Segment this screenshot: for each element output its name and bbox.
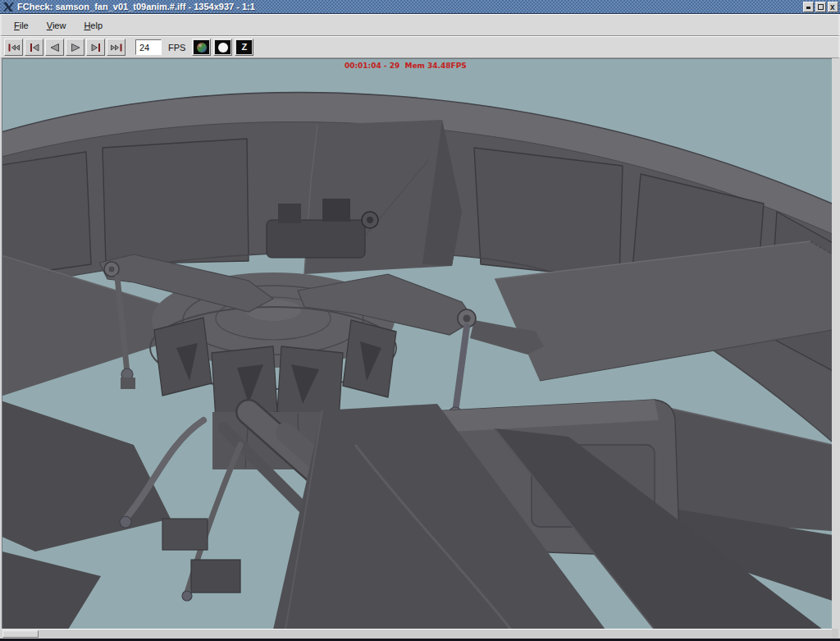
close-button-icon[interactable]: x	[828, 2, 838, 12]
rgb-sphere-icon	[194, 40, 209, 54]
play-backward-button[interactable]	[45, 39, 64, 56]
fps-label: FPS	[168, 43, 185, 53]
window-title: FCheck: samson_fan_v01_t09anim.#.iff - 1…	[17, 0, 803, 14]
scrollbar-corner	[832, 629, 838, 639]
step-backward-button[interactable]	[25, 39, 43, 56]
alpha-channel-button[interactable]	[213, 39, 232, 56]
horizontal-scrollbar[interactable]	[2, 629, 832, 639]
fcheck-window: FCheck: samson_fan_v01_t09anim.#.iff - 1…	[0, 0, 840, 641]
image-viewport[interactable]: 00:01:04 - 29 Mem 34.48FPS	[2, 58, 832, 629]
go-to-end-icon	[110, 43, 123, 53]
rgb-channel-button[interactable]	[192, 39, 211, 56]
z-depth-icon: Z	[236, 40, 252, 54]
alpha-circle-icon	[215, 40, 231, 54]
x11-logo-icon	[2, 2, 15, 12]
play-forward-button[interactable]	[66, 39, 84, 56]
step-forward-button[interactable]	[86, 39, 105, 56]
z-depth-button[interactable]: Z	[235, 39, 253, 56]
step-forward-icon	[89, 43, 103, 53]
render-image	[2, 59, 832, 629]
minimize-button-icon[interactable]	[803, 2, 814, 12]
step-backward-icon	[28, 43, 41, 53]
menu-file[interactable]: File	[8, 18, 34, 33]
go-to-start-button[interactable]	[4, 39, 23, 56]
menu-view[interactable]: View	[41, 18, 72, 33]
maximize-button-icon[interactable]	[815, 2, 826, 12]
horizontal-scrollbar-thumb[interactable]	[2, 630, 39, 638]
go-to-end-button[interactable]	[107, 39, 126, 56]
playback-toolbar: FPS	[0, 36, 840, 58]
fps-input[interactable]	[135, 39, 162, 55]
frame-info-overlay: 00:01:04 - 29 Mem 34.48FPS	[345, 62, 467, 70]
menu-help[interactable]: Help	[78, 18, 108, 33]
menubar: File View Help	[0, 14, 840, 36]
go-to-start-icon	[7, 43, 21, 53]
play-backward-icon	[48, 43, 62, 53]
play-forward-icon	[69, 43, 82, 53]
titlebar[interactable]: FCheck: samson_fan_v01_t09anim.#.iff - 1…	[0, 0, 840, 14]
